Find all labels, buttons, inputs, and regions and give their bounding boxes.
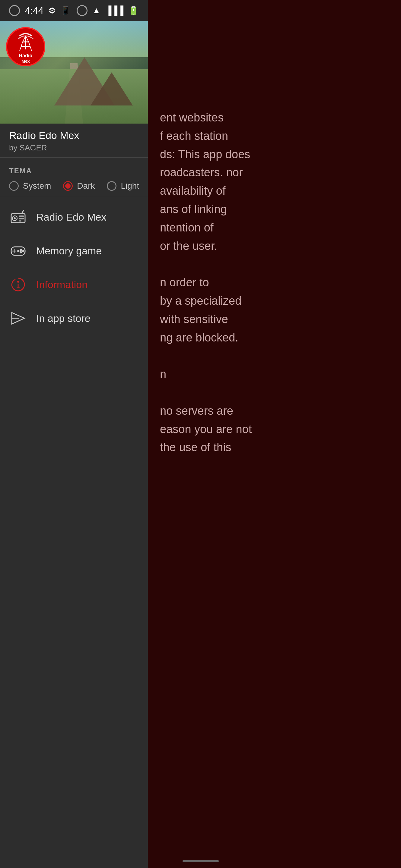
status-left: 4:44 ⚙ 📱: [9, 5, 70, 16]
status-time: 4:44: [25, 5, 44, 16]
svg-point-12: [14, 217, 16, 219]
signal-icon: ▐▐▐: [105, 6, 123, 16]
sim-icon: 📱: [61, 6, 70, 16]
hero-image: RadioMex: [0, 21, 148, 124]
theme-option-light[interactable]: Light: [107, 181, 139, 191]
svg-line-6: [29, 42, 30, 46]
menu-item-store[interactable]: In app store: [0, 301, 148, 335]
theme-options: System Dark Light: [9, 181, 139, 191]
radio-tower-svg: [13, 30, 38, 54]
svg-point-21: [20, 251, 22, 253]
menu-item-radio[interactable]: Radio Edo Mex: [0, 200, 148, 234]
notification-icon: [77, 5, 87, 16]
svg-point-24: [17, 281, 19, 283]
app-title: Radio Edo Mex: [9, 130, 139, 141]
svg-rect-23: [17, 250, 19, 252]
battery-icon: 🔋: [128, 6, 139, 16]
theme-section-label: TEMA: [9, 167, 139, 175]
nav-indicator: [182, 860, 219, 862]
menu-label-info: Information: [36, 279, 87, 290]
svg-point-20: [22, 250, 24, 252]
radio-icon: [9, 208, 27, 226]
theme-label-system: System: [23, 181, 51, 191]
menu-item-memory[interactable]: Memory game: [0, 234, 148, 268]
theme-radio-dark: [63, 181, 73, 191]
game-icon: [9, 242, 27, 260]
theme-option-dark[interactable]: Dark: [63, 181, 95, 191]
info-icon: [9, 276, 27, 293]
theme-option-system[interactable]: System: [9, 181, 51, 191]
radio-logo: RadioMex: [6, 27, 45, 66]
menu-label-store: In app store: [36, 313, 90, 324]
svg-point-19: [20, 249, 22, 251]
store-icon: [9, 309, 27, 327]
wifi-icon: ▲: [92, 6, 101, 16]
status-bar: 4:44 ⚙ 📱 ▲ ▐▐▐ 🔋: [0, 0, 148, 21]
menu-item-info[interactable]: Information: [0, 268, 148, 301]
svg-line-8: [30, 46, 32, 51]
app-title-area: Radio Edo Mex by SAGER: [0, 124, 148, 158]
svg-line-10: [22, 210, 24, 214]
app-subtitle: by SAGER: [9, 143, 139, 153]
theme-section: TEMA System Dark Light: [0, 158, 148, 197]
svg-rect-13: [19, 216, 24, 217]
menu-list: Radio Edo Mex: [0, 197, 148, 338]
background-text: ent websites f each station ds: This app…: [148, 96, 395, 469]
menu-label-memory: Memory game: [36, 245, 102, 257]
settings-icon: ⚙: [48, 6, 56, 16]
svg-line-5: [21, 42, 23, 46]
notification-dot-icon: [9, 5, 20, 16]
menu-label-radio: Radio Edo Mex: [36, 211, 106, 223]
svg-line-7: [20, 46, 21, 51]
theme-label-light: Light: [121, 181, 139, 191]
drawer-panel: 4:44 ⚙ 📱 ▲ ▐▐▐ 🔋: [0, 0, 148, 868]
theme-radio-system: [9, 181, 19, 191]
status-right: ▲ ▐▐▐ 🔋: [77, 5, 139, 16]
theme-radio-light: [107, 181, 116, 191]
svg-rect-14: [19, 218, 24, 219]
theme-label-dark: Dark: [77, 181, 95, 191]
svg-rect-15: [19, 220, 22, 221]
